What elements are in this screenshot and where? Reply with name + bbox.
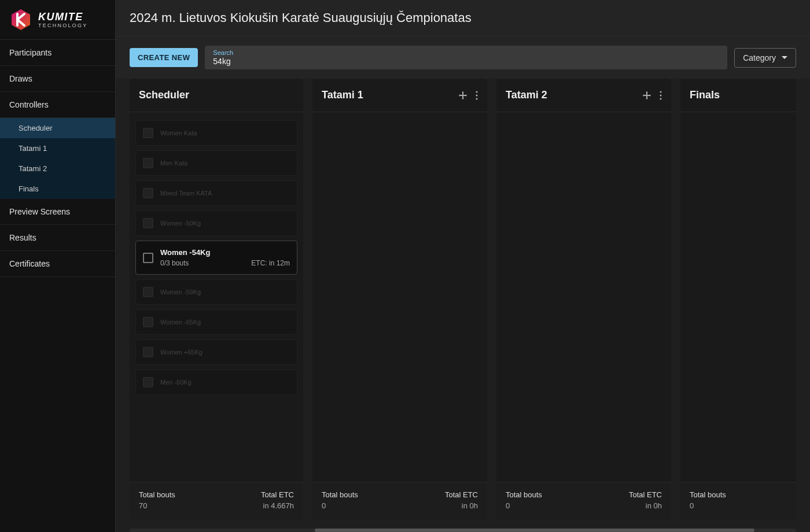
checkbox-icon[interactable] (143, 287, 153, 297)
card-women-50kg[interactable]: Women -50Kg (135, 210, 297, 236)
svg-point-0 (476, 91, 477, 93)
header: 2024 m. Lietuvos Kiokušin Karatė Suaugus… (116, 0, 810, 36)
column-title: Finals (690, 89, 720, 101)
scheduler-list[interactable]: Women Kata Men Kata Mixed Team KATA Wome… (130, 112, 303, 482)
page-title: 2024 m. Lietuvos Kiokušin Karatė Suaugus… (130, 10, 796, 25)
column-title: Tatami 2 (506, 89, 547, 101)
column-finals: Finals Total bouts 0 (680, 79, 796, 519)
nav-sub-scheduler[interactable]: Scheduler (0, 118, 115, 138)
checkbox-icon[interactable] (143, 218, 153, 228)
total-etc-label: Total ETC (445, 490, 478, 499)
nav-controllers-sub: Scheduler Tatami 1 Tatami 2 Finals (0, 118, 115, 199)
column-scheduler: Scheduler Women Kata Men Kata Mixed Team… (130, 79, 303, 519)
nav-sub-tatami-1[interactable]: Tatami 1 (0, 138, 115, 158)
main: 2024 m. Lietuvos Kiokušin Karatė Suaugus… (116, 0, 810, 532)
move-icon[interactable] (642, 91, 651, 100)
nav-certificates[interactable]: Certificates (0, 251, 115, 277)
checkbox-icon[interactable] (143, 317, 153, 327)
total-etc-value: in 4.667h (261, 501, 294, 510)
column-title: Scheduler (139, 89, 189, 101)
tatami-1-body[interactable] (312, 112, 487, 482)
sidebar: KUMITE TECHNOLOGY Participants Draws Con… (0, 0, 116, 532)
nav-sub-tatami-2[interactable]: Tatami 2 (0, 158, 115, 179)
total-bouts-label: Total bouts (322, 490, 358, 499)
tatami-2-footer: Total bouts 0 Total ETC in 0h (496, 482, 671, 519)
card-men-60kg[interactable]: Men -60Kg (135, 370, 297, 395)
total-bouts-label: Total bouts (506, 490, 542, 499)
card-men-kata[interactable]: Men Kata (135, 150, 297, 176)
card-women-65kg[interactable]: Women -65Kg (135, 309, 297, 335)
svg-point-4 (660, 94, 661, 96)
column-tatami-2: Tatami 2 Total bouts 0 (496, 79, 671, 519)
checkbox-icon[interactable] (143, 347, 153, 357)
search-field-wrap[interactable]: Search (205, 46, 727, 69)
total-bouts-value: 70 (139, 501, 175, 510)
search-label: Search (213, 49, 719, 56)
checkbox-icon[interactable] (143, 188, 153, 198)
column-tatami-1: Tatami 1 Total bouts 0 (312, 79, 487, 519)
logo: KUMITE TECHNOLOGY (0, 0, 115, 40)
svg-point-3 (660, 91, 661, 93)
checkbox-icon[interactable] (143, 128, 153, 138)
horizontal-scrollbar[interactable] (130, 529, 796, 532)
checkbox-icon[interactable] (143, 253, 153, 263)
nav-controllers[interactable]: Controllers (0, 92, 115, 118)
finals-body[interactable] (680, 112, 796, 482)
tatami-2-body[interactable] (496, 112, 671, 482)
total-etc-label: Total ETC (261, 490, 294, 499)
search-input[interactable] (213, 57, 719, 66)
total-etc-value: in 0h (445, 501, 478, 510)
nav: Participants Draws Controllers Scheduler… (0, 40, 115, 532)
card-women-plus65kg[interactable]: Women +65Kg (135, 339, 297, 365)
nav-sub-finals[interactable]: Finals (0, 179, 115, 199)
card-bouts: 0/3 bouts (160, 259, 189, 267)
nav-preview-screens[interactable]: Preview Screens (0, 199, 115, 225)
checkbox-icon[interactable] (143, 158, 153, 168)
total-etc-label: Total ETC (629, 490, 662, 499)
total-bouts-value: 0 (506, 501, 542, 510)
logo-icon (9, 8, 32, 31)
nav-results[interactable]: Results (0, 225, 115, 251)
column-header-scheduler: Scheduler (130, 79, 303, 112)
dropdown-label: Category (743, 53, 776, 62)
card-etc: ETC: in 12m (251, 259, 290, 267)
total-etc-value: in 0h (629, 501, 662, 510)
nav-draws[interactable]: Draws (0, 66, 115, 92)
chevron-down-icon (782, 56, 787, 59)
svg-point-2 (476, 98, 477, 99)
board: Scheduler Women Kata Men Kata Mixed Team… (116, 79, 810, 529)
total-bouts-label: Total bouts (139, 490, 175, 499)
more-vert-icon[interactable] (476, 91, 478, 100)
scheduler-footer: Total bouts 70 Total ETC in 4.667h (130, 482, 303, 519)
card-mixed-team-kata[interactable]: Mixed Team KATA (135, 180, 297, 206)
total-bouts-value: 0 (322, 501, 358, 510)
card-women-54kg[interactable]: Women -54Kg 0/3 bouts ETC: in 12m (135, 241, 297, 275)
nav-participants[interactable]: Participants (0, 40, 115, 66)
total-bouts-value: 0 (690, 501, 726, 510)
column-title: Tatami 1 (322, 89, 363, 101)
scrollbar-thumb[interactable] (315, 529, 754, 532)
brand-name: KUMITE (38, 12, 88, 22)
create-new-button[interactable]: CREATE NEW (130, 48, 198, 67)
finals-footer: Total bouts 0 (680, 482, 796, 519)
card-women-59kg[interactable]: Women -59Kg (135, 279, 297, 305)
card-title: Women -54Kg (160, 248, 290, 257)
svg-point-1 (476, 94, 477, 96)
category-dropdown[interactable]: Category (734, 48, 796, 68)
total-bouts-label: Total bouts (690, 490, 726, 499)
svg-point-5 (660, 98, 661, 99)
brand-sub: TECHNOLOGY (38, 23, 88, 28)
toolbar: CREATE NEW Search Category (116, 36, 810, 79)
tatami-1-footer: Total bouts 0 Total ETC in 0h (312, 482, 487, 519)
move-icon[interactable] (458, 91, 467, 100)
checkbox-icon[interactable] (143, 377, 153, 387)
more-vert-icon[interactable] (660, 91, 662, 100)
column-header-tatami-2: Tatami 2 (496, 79, 671, 112)
column-header-tatami-1: Tatami 1 (312, 79, 487, 112)
column-header-finals: Finals (680, 79, 796, 112)
card-women-kata[interactable]: Women Kata (135, 120, 297, 146)
